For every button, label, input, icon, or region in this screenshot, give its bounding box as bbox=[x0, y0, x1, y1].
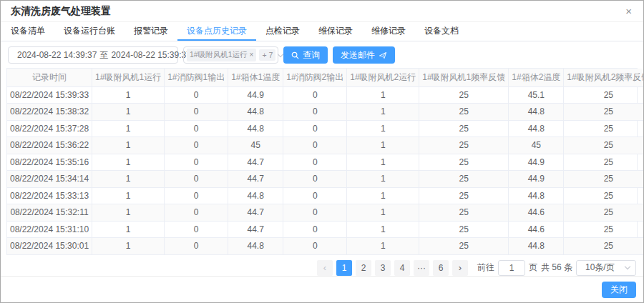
table-cell: 0 bbox=[283, 238, 347, 255]
column-header: 1#消防阀2输出 bbox=[283, 69, 347, 86]
table-cell: 45 bbox=[228, 137, 283, 154]
table-cell: 1 bbox=[347, 204, 419, 222]
table-cell: 0 bbox=[283, 120, 347, 137]
table-cell: 1 bbox=[347, 154, 419, 171]
goto-unit-label: 页 bbox=[529, 262, 537, 274]
table-cell: 1 bbox=[347, 104, 419, 121]
table-cell: 44.9 bbox=[228, 86, 283, 104]
table-cell: 1 bbox=[347, 120, 419, 137]
table-cell: 25 bbox=[564, 204, 644, 222]
table-header-row: 记录时间1#吸附风机1运行1#消防阀1输出1#箱体1温度1#消防阀2输出1#吸附… bbox=[7, 69, 644, 86]
pager-ellipsis-button[interactable]: ··· bbox=[414, 260, 429, 276]
history-table: 记录时间1#吸附风机1运行1#消防阀1输出1#箱体1温度1#消防阀2输出1#吸附… bbox=[6, 68, 638, 255]
column-header: 1#吸附风机1运行 bbox=[92, 69, 165, 86]
close-dialog-button[interactable]: 关闭 bbox=[602, 282, 636, 298]
table-cell: 25 bbox=[564, 137, 644, 154]
tab-7[interactable]: 设备文档 bbox=[415, 22, 468, 41]
page-button-4[interactable]: 4 bbox=[394, 260, 410, 276]
table-cell: 0 bbox=[283, 221, 347, 238]
dialog-header: 东清洗房废气处理装置 × bbox=[1, 1, 643, 22]
pager-goto: 前往 页 共 56 条 10条/页 bbox=[477, 260, 636, 276]
table-cell: 25 bbox=[564, 104, 644, 121]
tab-5[interactable]: 维保记录 bbox=[309, 22, 362, 41]
table-cell: 25 bbox=[564, 86, 644, 104]
search-button[interactable]: 查询 bbox=[283, 46, 328, 64]
table-cell: 25 bbox=[564, 154, 644, 171]
tab-6[interactable]: 维修记录 bbox=[362, 22, 415, 41]
table-cell: 0 bbox=[283, 154, 347, 171]
page-button-2[interactable]: 2 bbox=[356, 260, 371, 276]
column-header: 1#箱体2温度 bbox=[509, 69, 564, 86]
table-cell: 0 bbox=[165, 154, 228, 171]
table-cell: 25 bbox=[564, 187, 644, 204]
page-button-1[interactable]: 1 bbox=[336, 260, 352, 276]
send-mail-button[interactable]: 发送邮件 bbox=[333, 46, 395, 64]
table-cell: 1 bbox=[347, 137, 419, 154]
table-cell: 08/22/2024 15:31:10 bbox=[7, 221, 92, 238]
end-datetime-input[interactable]: 2024-08-22 15:39:37 bbox=[111, 50, 190, 60]
page-button-6[interactable]: 6 bbox=[433, 260, 449, 276]
table-cell: 08/22/2024 15:32:11 bbox=[7, 204, 92, 222]
table-cell: 1 bbox=[92, 221, 165, 238]
table-cell: 44.8 bbox=[509, 120, 564, 137]
table-cell: 44.7 bbox=[228, 171, 283, 188]
table-cell: 1 bbox=[347, 238, 419, 255]
page-size-select[interactable]: 10条/页 bbox=[576, 260, 636, 276]
table-cell: 25 bbox=[564, 171, 644, 188]
table-cell: 08/22/2024 15:30:01 bbox=[7, 238, 92, 255]
table-cell: 08/22/2024 15:35:16 bbox=[7, 154, 92, 171]
filter-toolbar: 2024-08-22 14:39:37 至 2024-08-22 15:39:3… bbox=[1, 41, 643, 68]
table-cell: 25 bbox=[419, 154, 509, 171]
table-cell: 44.7 bbox=[228, 154, 283, 171]
tab-3[interactable]: 设备点历史记录 bbox=[177, 22, 256, 41]
column-header: 1#消防阀1输出 bbox=[165, 69, 228, 86]
table-cell: 44.8 bbox=[509, 187, 564, 204]
table-cell: 08/22/2024 15:38:32 bbox=[7, 104, 92, 121]
table-cell: 08/22/2024 15:36:22 bbox=[7, 137, 92, 154]
date-range-separator: 至 bbox=[99, 49, 108, 61]
table-cell: 25 bbox=[564, 120, 644, 137]
column-header: 1#箱体1温度 bbox=[228, 69, 283, 86]
tab-1[interactable]: 设备运行台账 bbox=[54, 22, 125, 41]
point-multi-select[interactable]: 1#吸附风机1运行 × + 7 bbox=[183, 46, 278, 64]
page-button-3[interactable]: 3 bbox=[375, 260, 391, 276]
table-cell: 08/22/2024 15:33:13 bbox=[7, 187, 92, 204]
goto-page-input[interactable] bbox=[498, 260, 525, 276]
table-cell: 44.8 bbox=[228, 238, 283, 255]
tab-2[interactable]: 报警记录 bbox=[125, 22, 177, 41]
table-cell: 1 bbox=[347, 187, 419, 204]
table-cell: 25 bbox=[419, 120, 509, 137]
table-cell: 44.8 bbox=[228, 104, 283, 121]
send-icon bbox=[379, 51, 387, 59]
tag-close-icon[interactable]: × bbox=[250, 51, 254, 59]
datetime-range-picker[interactable]: 2024-08-22 14:39:37 至 2024-08-22 15:39:3… bbox=[8, 46, 178, 64]
column-header: 1#吸附风机2运行 bbox=[347, 69, 419, 86]
table-cell: 08/22/2024 15:34:14 bbox=[7, 171, 92, 188]
table-cell: 25 bbox=[419, 171, 509, 188]
table-cell: 25 bbox=[419, 204, 509, 222]
table-cell: 44.8 bbox=[228, 120, 283, 137]
tab-4[interactable]: 点检记录 bbox=[256, 22, 309, 41]
table-row: 08/22/2024 15:37:281044.8012544.825 bbox=[7, 120, 644, 137]
table-row: 08/22/2024 15:38:321044.8012544.825 bbox=[7, 104, 644, 121]
search-icon bbox=[291, 51, 299, 59]
table-cell: 44.8 bbox=[509, 238, 564, 255]
table-row: 08/22/2024 15:39:331044.9012545.125 bbox=[7, 86, 644, 104]
table-body: 08/22/2024 15:39:331044.9012545.12508/22… bbox=[7, 86, 644, 254]
search-button-label: 查询 bbox=[303, 49, 320, 61]
table-cell: 0 bbox=[283, 204, 347, 222]
table-row: 08/22/2024 15:36:22104501254525 bbox=[7, 137, 644, 154]
table-cell: 1 bbox=[92, 204, 165, 222]
selected-point-tag-label: 1#吸附风机1运行 bbox=[190, 50, 248, 60]
table-cell: 0 bbox=[165, 137, 228, 154]
table-cell: 44.9 bbox=[509, 171, 564, 188]
close-icon[interactable]: × bbox=[625, 6, 632, 16]
table-row: 08/22/2024 15:32:111044.7012544.625 bbox=[7, 204, 644, 222]
prev-page-button[interactable]: ‹ bbox=[317, 260, 333, 276]
start-datetime-input[interactable]: 2024-08-22 14:39:37 bbox=[17, 50, 97, 60]
table-cell: 0 bbox=[283, 171, 347, 188]
table-row: 08/22/2024 15:33:131044.8012544.825 bbox=[7, 187, 644, 204]
tab-bar: 设备清单设备运行台账报警记录设备点历史记录点检记录维保记录维修记录设备文档 bbox=[1, 22, 643, 41]
tab-0[interactable]: 设备清单 bbox=[11, 22, 54, 41]
next-page-button[interactable]: › bbox=[452, 260, 468, 276]
